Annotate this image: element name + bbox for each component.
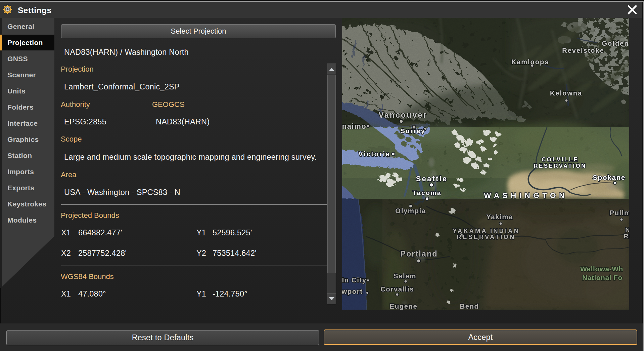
svg-text:Spokane: Spokane [593, 173, 626, 181]
svg-text:wport: wport [342, 287, 363, 295]
svg-text:Yakima: Yakima [486, 213, 513, 221]
svg-text:In City: In City [342, 276, 367, 284]
svg-text:Kamloops: Kamloops [511, 58, 549, 66]
svg-text:RE: RE [624, 233, 629, 240]
svg-text:National Fo: National Fo [582, 274, 623, 281]
svg-text:Corvallis: Corvallis [380, 285, 414, 293]
svg-text:Golden: Golden [602, 40, 629, 47]
svg-text:RESERVATION: RESERVATION [457, 233, 516, 240]
svg-text:Vancouver: Vancouver [378, 111, 427, 119]
svg-text:Kelowna: Kelowna [550, 89, 582, 97]
svg-text:Victoria: Victoria [358, 150, 390, 158]
svg-text:Seattle: Seattle [416, 174, 448, 183]
svg-text:naimo: naimo [342, 122, 366, 130]
svg-text:COLVILLE: COLVILLE [542, 156, 579, 163]
svg-text:Portland: Portland [400, 249, 438, 258]
svg-text:WASHINGTON: WASHINGTON [484, 191, 568, 200]
svg-text:Surrey: Surrey [401, 127, 425, 134]
svg-text:Salem: Salem [394, 272, 416, 280]
svg-text:Bend: Bend [460, 302, 479, 310]
svg-text:N: N [625, 226, 629, 233]
svg-text:Tacoma: Tacoma [413, 189, 442, 196]
svg-text:Pullm: Pullm [609, 209, 629, 217]
svg-text:Revelstoke: Revelstoke [562, 47, 604, 54]
svg-text:RESERVATION: RESERVATION [534, 163, 586, 169]
svg-text:Eugene: Eugene [389, 302, 417, 310]
svg-text:Wallowa-Wh: Wallowa-Wh [580, 265, 623, 273]
